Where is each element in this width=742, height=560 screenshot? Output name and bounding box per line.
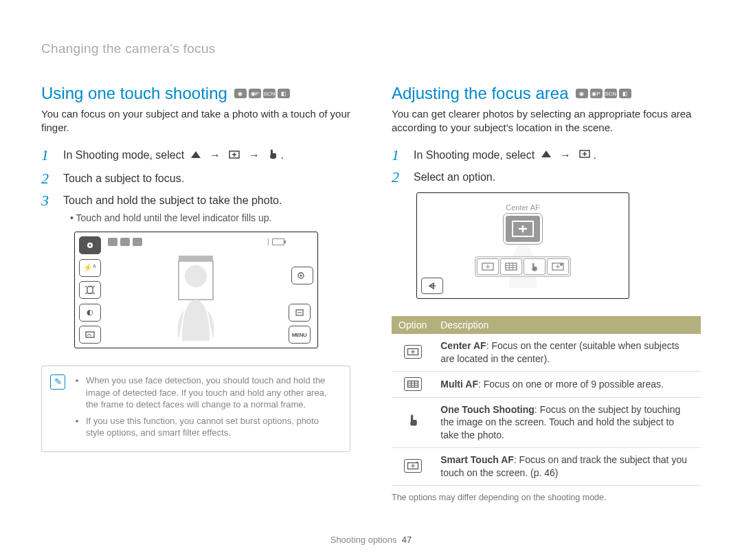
camera-mode-icon: ◉ [576,89,588,98]
step-number: 3 [41,193,54,208]
page-footer: Shooting options 47 [0,535,742,545]
step-number: 2 [41,171,54,186]
subject-silhouette [158,251,234,341]
camera-mode-icon: ◉ [234,89,247,98]
svg-rect-39 [407,381,418,387]
one-touch-desc: One Touch Shooting: Focus on the subject… [434,397,701,448]
program-mode-icon: ◉P [249,89,261,98]
gallery-icon [79,326,101,344]
note-box: ✎ When you use face detection, you shoul… [41,366,350,452]
focus-target-icon [578,148,591,163]
table-row: Center AF: Focus on the center (suitable… [392,334,701,371]
th-option: Option [392,316,434,334]
svg-rect-6 [87,287,93,293]
battery-icon [272,238,284,245]
right-intro: You can get clearer photos by selecting … [392,107,701,135]
left-step3: Touch and hold the subject to take the p… [63,193,350,225]
breadcrumb: Changing the camera's focus [41,41,701,56]
left-step3-text: Touch and hold the subject to take the p… [63,194,282,206]
right-column: Adjusting the focus area ◉ ◉P SCN ◧ You … [392,84,701,502]
th-description: Description [434,316,701,334]
scene-mode-icon: SCN [605,89,617,98]
table-row: Multi AF: Focus on one or more of 9 poss… [392,371,701,397]
center-af-icon [404,345,422,359]
camera-ui-screenshot-2: Center AF [416,192,629,299]
center-af-desc: Center AF: Focus on the center (suitable… [434,334,701,371]
smart-touch-desc: Smart Touch AF: Focus on and track the s… [434,448,701,486]
left-step2: Touch a subject to focus. [63,171,350,186]
left-step3-sub: • Touch and hold until the level indicat… [70,212,350,225]
footer-section: Shooting options [330,535,397,545]
option-center-af-icon [477,258,499,275]
svg-marker-15 [541,150,551,157]
center-af-large-icon [504,214,542,244]
note-info-icon: ✎ [50,374,65,390]
up-arrow-icon [540,148,552,163]
one-touch-shooting-icon [405,412,420,432]
option-one-touch-icon [524,258,546,275]
right-step1-text: In Shooting mode, select [414,149,538,161]
right-step2: Select an option. [414,170,701,185]
menu-button: MENU [289,326,311,344]
top-status-icons [108,238,142,246]
focus-option-row [475,256,571,277]
options-table: Option Description Center AF: Focus on t… [392,316,701,486]
right-section-title: Adjusting the focus area ◉ ◉P SCN ◧ [392,84,701,103]
right-title-text: Adjusting the focus area [392,84,569,103]
arrow-icon: → [249,149,260,161]
left-intro: You can focus on your subject and take a… [41,107,350,135]
touch-hand-icon [267,148,278,164]
program-mode-icon: ◉P [590,89,603,98]
dual-mode-icon: ◧ [278,89,290,98]
svg-point-10 [185,265,207,287]
option-smart-touch-icon [547,258,569,275]
left-step1: In Shooting mode, select → → . [63,148,350,164]
mode-icon-row: ◉ ◉P SCN ◧ [576,89,631,98]
note-item-1: When you use face detection, you should … [86,374,339,411]
flash-auto-icon: ⚡ᴬ [79,259,101,277]
table-row: Smart Touch AF: Focus on and track the s… [392,448,701,486]
left-title-text: Using one touch shooting [41,84,227,103]
svg-rect-9 [179,256,213,261]
option-multi-af-icon [500,258,522,275]
step-number: 1 [392,148,404,163]
up-arrow-icon [190,148,202,164]
slider-icon [289,304,311,322]
top-right-status: | [267,238,284,245]
right-step1: In Shooting mode, select → . [414,148,701,164]
left-step1-text: In Shooting mode, select [63,149,188,161]
page-number: 47 [402,535,412,545]
right-steps: 1 In Shooting mode, select → . 2 Select … [392,148,701,186]
focus-target-icon [228,148,240,164]
multi-af-icon [404,377,422,391]
step-number: 2 [392,170,404,185]
dual-mode-icon: ◧ [619,89,631,98]
arrow-icon: → [560,149,571,161]
svg-point-34 [560,263,563,266]
svg-marker-0 [191,151,201,158]
left-section-title: Using one touch shooting ◉ ◉P SCN ◧ [41,84,350,103]
mode-badge-icon [79,236,101,254]
smart-touch-af-icon [404,459,422,473]
svg-point-5 [89,245,91,247]
left-steps: 1 In Shooting mode, select → → . 2 Touch… [41,148,350,225]
multi-af-desc: Multi AF: Focus on one or more of 9 poss… [434,371,701,397]
ev-icon: ◐ [79,304,101,322]
back-button-icon [421,278,443,294]
step-number: 1 [41,148,54,163]
note-item-2: If you use this function, you cannot set… [86,415,339,439]
selected-focus-option: Center AF [504,203,542,244]
table-row: One Touch Shooting: Focus on the subject… [392,397,701,448]
selected-focus-label: Center AF [504,203,542,212]
mode-icon-row: ◉ ◉P SCN ◧ [234,89,290,98]
face-detect-icon [79,281,101,299]
arrow-icon: → [210,149,221,161]
left-column: Using one touch shooting ◉ ◉P SCN ◧ You … [41,84,350,502]
svg-rect-26 [506,263,517,270]
options-footnote: The options may differ depending on the … [392,493,701,502]
camera-ui-screenshot-1: ⚡ᴬ ◐ | MENU [74,232,318,348]
scene-mode-icon: SCN [263,89,276,98]
